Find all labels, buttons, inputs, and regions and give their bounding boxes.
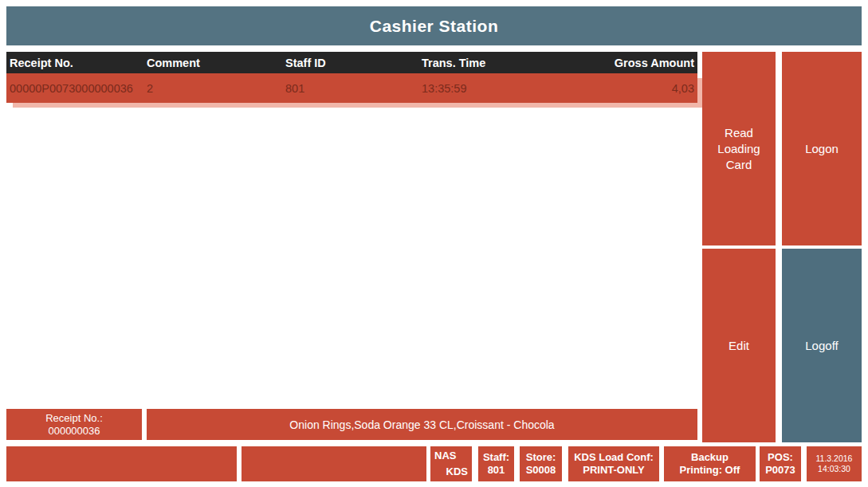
logoff-button[interactable]: Logoff xyxy=(782,249,862,442)
kds-load-conf-value: PRINT-ONLY xyxy=(583,464,645,477)
pos-value: P0073 xyxy=(765,464,795,477)
status-cell-empty-2 xyxy=(242,446,426,481)
cell-staff-id: 801 xyxy=(285,82,422,95)
status-cell-backup-printing: Backup Printing: Off xyxy=(664,446,756,481)
cell-trans-time: 13:35:59 xyxy=(422,82,575,95)
title-bar: Cashier Station xyxy=(6,6,862,45)
staff-label: Staff: xyxy=(483,451,509,464)
cell-comment: 2 xyxy=(147,82,285,95)
date-value: 11.3.2016 xyxy=(816,454,853,464)
kds-indicator: KDS xyxy=(434,465,468,478)
column-header-comment: Comment xyxy=(147,57,285,69)
status-cell-datetime: 11.3.2016 14:03:30 xyxy=(807,446,862,481)
page-title: Cashier Station xyxy=(370,17,499,36)
column-header-staff-id: Staff ID xyxy=(285,57,422,69)
status-cell-kds-load-conf: KDS Load Conf: PRINT-ONLY xyxy=(568,446,659,481)
column-header-gross-amount: Gross Amount xyxy=(575,57,694,69)
cell-receipt-no: 00000P0073000000036 xyxy=(10,82,147,95)
status-cell-pos: POS: P0073 xyxy=(760,446,801,481)
kds-load-conf-label: KDS Load Conf: xyxy=(574,451,654,464)
backup-printing-value: Printing: Off xyxy=(680,464,740,477)
cell-gross-amount: 4,03 xyxy=(575,82,694,95)
receipt-items-text: Onion Rings,Soda Orange 33 CL,Croissant … xyxy=(289,418,554,431)
status-cell-staff: Staff: 801 xyxy=(478,446,514,481)
read-loading-card-button[interactable]: Read Loading Card xyxy=(702,52,776,245)
column-header-trans-time: Trans. Time xyxy=(422,57,575,69)
logon-button[interactable]: Logon xyxy=(782,52,862,245)
time-value: 14:03:30 xyxy=(818,464,850,474)
status-cell-empty-1 xyxy=(6,446,237,481)
receipt-items-panel: Onion Rings,Soda Orange 33 CL,Croissant … xyxy=(147,409,697,440)
store-value: S0008 xyxy=(526,464,556,477)
staff-value: 801 xyxy=(488,464,505,477)
receipt-number-label: Receipt No.: xyxy=(45,412,103,425)
column-header-receipt-no: Receipt No. xyxy=(10,57,147,69)
status-cell-store: Store: S0008 xyxy=(520,446,562,481)
nas-indicator: NAS xyxy=(434,450,468,462)
backup-printing-label: Backup xyxy=(691,451,729,464)
receipt-number-value: 000000036 xyxy=(48,425,100,438)
status-cell-nas-kds: NAS KDS xyxy=(430,446,472,481)
receipt-number-panel: Receipt No.: 000000036 xyxy=(6,409,142,440)
cashier-station-window: Cashier Station Receipt No. Comment Staf… xyxy=(0,0,868,487)
transaction-row[interactable]: 00000P0073000000036 2 801 13:35:59 4,03 xyxy=(6,73,697,103)
transaction-table-header: Receipt No. Comment Staff ID Trans. Time… xyxy=(6,52,697,73)
store-label: Store: xyxy=(526,451,556,464)
pos-label: POS: xyxy=(768,451,793,464)
edit-button[interactable]: Edit xyxy=(702,249,776,442)
